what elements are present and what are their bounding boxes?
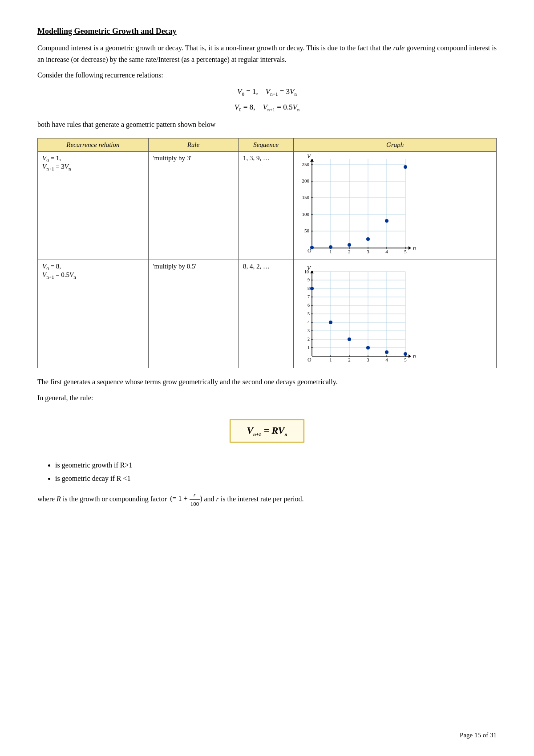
svg-point-101 (348, 337, 351, 341)
svg-point-40 (329, 245, 332, 249)
paragraph-3: both have rules that generate a geometri… (37, 119, 497, 130)
svg-point-104 (404, 352, 407, 356)
svg-point-44 (404, 165, 407, 169)
table-row-1: V0 = 1, Vn+1 = 3Vn 'multiply by 3' 1, 3,… (38, 152, 497, 260)
svg-text:2: 2 (348, 249, 351, 254)
svg-text:3: 3 (307, 328, 310, 333)
svg-point-102 (366, 346, 370, 350)
paragraph-4: The first generates a sequence whose ter… (37, 376, 497, 388)
bullet-list: is geometric growth if R>1 is geometric … (55, 459, 497, 486)
paragraph-5: In general, the rule: (37, 392, 497, 404)
svg-text:10: 10 (304, 269, 309, 274)
col-header-recrel: Recurrence relation (38, 138, 149, 152)
row1-recrel: V0 = 1, Vn+1 = 3Vn (38, 152, 149, 260)
equation-1: V0 = 1, Vn+1 = 3Vn (37, 87, 497, 97)
svg-text:100: 100 (302, 211, 310, 217)
svg-text:250: 250 (302, 162, 310, 167)
col-header-sequence: Sequence (238, 138, 293, 152)
svg-text:7: 7 (307, 294, 310, 299)
svg-text:3: 3 (367, 357, 370, 362)
compounding-factor: (= 1 + r100) (169, 495, 202, 502)
col-header-graph: Graph (294, 138, 497, 152)
svg-text:2: 2 (307, 337, 310, 341)
row1-graph: V n n O 50 100 150 200 250 1 2 3 4 (294, 152, 497, 260)
svg-text:5: 5 (405, 249, 407, 254)
formula-box: Vn+1 = RVn (230, 419, 304, 442)
svg-text:2: 2 (348, 357, 351, 362)
svg-point-39 (310, 246, 314, 249)
svg-point-41 (348, 243, 351, 247)
page-title: Modelling Geometric Growth and Decay (37, 27, 497, 36)
svg-point-100 (329, 321, 332, 324)
formula-center: Vn+1 = RVn (37, 411, 497, 450)
svg-marker-63 (409, 354, 411, 358)
svg-text:1: 1 (330, 357, 332, 362)
svg-text:1: 1 (307, 345, 310, 350)
row2-rule: 'multiply by 0.5' (148, 260, 238, 368)
paragraph-1: Compound interest is a geometric growth … (37, 42, 497, 65)
svg-text:3: 3 (367, 249, 370, 254)
svg-text:6: 6 (307, 303, 310, 308)
svg-text:O: O (307, 357, 312, 363)
svg-text:8: 8 (307, 286, 310, 291)
svg-marker-13 (409, 246, 411, 250)
svg-text:9: 9 (307, 277, 310, 282)
svg-text:50: 50 (304, 228, 310, 233)
svg-text:1: 1 (330, 249, 332, 254)
bullet-1: is geometric growth if R>1 (55, 459, 497, 472)
svg-text:n: n (311, 157, 313, 162)
svg-text:n: n (413, 353, 416, 359)
svg-point-99 (310, 287, 314, 290)
svg-text:150: 150 (302, 195, 310, 200)
svg-point-103 (385, 350, 388, 354)
table-row-2: V0 = 8, Vn+1 = 0.5Vn 'multiply by 0.5' 8… (38, 260, 497, 368)
col-header-rule: Rule (148, 138, 238, 152)
svg-text:4: 4 (386, 249, 388, 254)
row1-rule: 'multiply by 3' (148, 152, 238, 260)
svg-point-43 (385, 219, 388, 223)
equation-2: V0 = 8, Vn+1 = 0.5Vn (37, 103, 497, 112)
row2-recrel: V0 = 8, Vn+1 = 0.5Vn (38, 260, 149, 368)
row2-sequence: 8, 4, 2, … (238, 260, 293, 368)
svg-text:5: 5 (405, 357, 407, 362)
svg-text:200: 200 (302, 178, 310, 183)
svg-text:4: 4 (307, 320, 310, 325)
bullet-2: is geometric decay if R <1 (55, 472, 497, 485)
svg-text:n: n (311, 269, 313, 273)
svg-point-42 (366, 237, 370, 241)
row2-graph: V n n O 1 2 3 4 5 6 7 8 9 10 (294, 260, 497, 368)
paragraph-6: where R is the growth or compounding fac… (37, 490, 497, 509)
svg-text:5: 5 (307, 311, 310, 316)
svg-text:n: n (413, 244, 416, 251)
paragraph-2: Consider the following recurrence relati… (37, 69, 497, 81)
page-number: Page 15 of 31 (460, 732, 497, 739)
recurrence-table: Recurrence relation Rule Sequence Graph … (37, 138, 497, 368)
row1-sequence: 1, 3, 9, … (238, 152, 293, 260)
svg-text:4: 4 (386, 357, 388, 362)
